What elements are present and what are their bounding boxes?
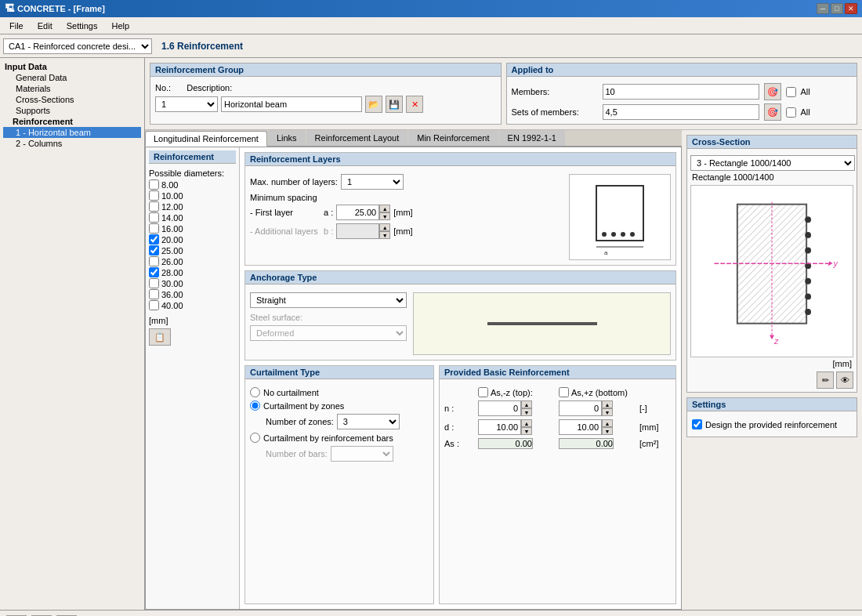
minimize-button[interactable]: ─	[817, 3, 829, 14]
diam-10-checkbox[interactable]	[149, 190, 159, 201]
n-bottom-down[interactable]: ▼	[602, 408, 613, 416]
tab-min-reinforcement[interactable]: Min Reinforcement	[408, 130, 498, 146]
zones-label: Curtailment by zones	[263, 401, 344, 411]
sidebar-item-cross-sections[interactable]: Cross-Sections	[3, 94, 141, 105]
bars-count-label: Number of bars:	[266, 449, 328, 458]
anchorage-preview	[413, 292, 671, 355]
diam-26-checkbox[interactable]	[149, 256, 159, 266]
cs-unit-label: [mm]	[690, 357, 853, 370]
sets-pick-button[interactable]: 🎯	[764, 103, 781, 121]
diam-12-checkbox[interactable]	[149, 201, 159, 212]
import-button[interactable]: 📂	[365, 96, 382, 113]
bars-label: Curtailment by reinforcement bars	[263, 433, 393, 443]
design-provided-label: Design the provided reinforcement	[705, 420, 837, 429]
sidebar-item-reinforcement[interactable]: Reinforcement	[3, 116, 141, 127]
diam-16-label: 16.00	[161, 224, 183, 234]
svg-point-11	[805, 231, 811, 237]
close-button[interactable]: ✕	[845, 3, 857, 14]
menu-settings[interactable]: Settings	[60, 20, 104, 32]
possible-diameters-label: Possible diameters:	[149, 167, 236, 179]
diam-30-checkbox[interactable]	[149, 278, 159, 288]
no-label: No.:	[155, 83, 171, 92]
diam-25-checkbox[interactable]	[149, 245, 159, 255]
cross-section-dropdown[interactable]: 3 - Rectangle 1000/1400	[690, 155, 855, 171]
tab-bar: Longitudinal Reinforcement Links Reinfor…	[145, 130, 682, 147]
svg-point-12	[805, 247, 811, 253]
sets-all-label: All	[801, 107, 810, 117]
as-top-checkbox[interactable]	[478, 387, 488, 397]
menu-edit[interactable]: Edit	[31, 20, 59, 32]
d-bottom-down[interactable]: ▼	[602, 427, 613, 435]
members-input[interactable]	[603, 84, 759, 100]
project-dropdown[interactable]: CA1 - Reinforced concrete desi...	[3, 38, 152, 54]
anchorage-type-select[interactable]: Straight	[250, 292, 407, 308]
tab-layout[interactable]: Reinforcement Layout	[306, 130, 408, 146]
as-unit: [cm²]	[639, 439, 671, 448]
as-bottom-value[interactable]	[559, 438, 614, 449]
toolbar-strip: CA1 - Reinforced concrete desi... 1.6 Re…	[0, 34, 862, 58]
diam-14-checkbox[interactable]	[149, 212, 159, 223]
d-bottom-up[interactable]: ▲	[602, 419, 613, 427]
d-top-down[interactable]: ▼	[521, 427, 532, 435]
maximize-button[interactable]: □	[831, 3, 843, 14]
n-top-down[interactable]: ▼	[521, 408, 532, 416]
cs-edit-button[interactable]: ✏	[817, 371, 834, 389]
d-bottom-input[interactable]	[559, 419, 602, 435]
bars-radio[interactable]	[250, 433, 260, 443]
save-button[interactable]: 💾	[386, 96, 403, 113]
max-layers-select[interactable]: 1	[341, 174, 404, 190]
n-top-input[interactable]	[478, 400, 521, 416]
first-layer-unit: [mm]	[393, 208, 412, 217]
members-all-checkbox[interactable]	[786, 87, 796, 97]
as-bottom-checkbox[interactable]	[559, 387, 569, 397]
steel-surface-select[interactable]: Deformed	[250, 325, 407, 341]
additional-layer-down-btn[interactable]: ▼	[379, 231, 390, 239]
first-layer-up-btn[interactable]: ▲	[379, 205, 390, 212]
zones-count-select[interactable]: 3	[337, 414, 400, 429]
bars-count-select[interactable]	[331, 446, 393, 462]
as-top-value[interactable]	[478, 438, 533, 449]
sidebar-item-supports[interactable]: Supports	[3, 105, 141, 116]
diam-8-checkbox[interactable]	[149, 179, 159, 190]
sidebar-item-general-data[interactable]: General Data	[3, 72, 141, 83]
sidebar-item-materials[interactable]: Materials	[3, 83, 141, 94]
zones-radio[interactable]	[250, 400, 260, 411]
additional-layers-label: - Additional layers	[250, 226, 321, 236]
tab-longitudinal[interactable]: Longitudinal Reinforcement	[145, 131, 267, 147]
additional-layer-up-btn[interactable]: ▲	[379, 223, 390, 231]
delete-button[interactable]: ✕	[406, 96, 423, 113]
members-label: Members:	[512, 87, 598, 96]
anchorage-type-title: Anchorage Type	[245, 271, 675, 284]
steel-surface-label: Steel surface:	[250, 313, 302, 322]
members-pick-button[interactable]: 🎯	[764, 83, 781, 100]
n-bottom-input[interactable]	[559, 400, 602, 416]
first-layer-down-btn[interactable]: ▼	[379, 212, 390, 220]
diam-20-checkbox[interactable]	[149, 234, 159, 245]
n-top-up[interactable]: ▲	[521, 400, 532, 408]
additional-layer-b-input[interactable]	[336, 223, 379, 239]
diam-28-checkbox[interactable]	[149, 267, 159, 277]
svg-text:z: z	[773, 336, 779, 346]
tab-links[interactable]: Links	[268, 130, 306, 146]
menu-help[interactable]: Help	[105, 20, 136, 32]
first-layer-label: - First layer	[250, 208, 321, 217]
first-layer-a-input[interactable]	[336, 205, 379, 220]
diam-40-checkbox[interactable]	[149, 300, 159, 310]
sidebar-item-horizontal-beam[interactable]: 1 - Horizontal beam	[3, 127, 141, 138]
n-bottom-up[interactable]: ▲	[602, 400, 613, 408]
tab-en[interactable]: EN 1992-1-1	[499, 130, 565, 146]
desc-input[interactable]	[221, 96, 362, 112]
no-select[interactable]: 1	[155, 96, 218, 112]
no-curtailment-radio[interactable]	[250, 387, 260, 397]
diam-36-checkbox[interactable]	[149, 289, 159, 299]
diam-16-checkbox[interactable]	[149, 223, 159, 234]
sets-all-checkbox[interactable]	[786, 107, 796, 118]
sets-input[interactable]	[603, 104, 759, 120]
menu-file[interactable]: File	[3, 20, 30, 32]
sidebar-item-columns[interactable]: 2 - Columns	[3, 138, 141, 149]
d-top-up[interactable]: ▲	[521, 419, 532, 427]
diameter-table-button[interactable]: 📋	[149, 328, 171, 346]
design-provided-checkbox[interactable]	[692, 419, 702, 429]
d-top-input[interactable]	[478, 419, 521, 435]
cs-view-button[interactable]: 👁	[836, 371, 853, 389]
